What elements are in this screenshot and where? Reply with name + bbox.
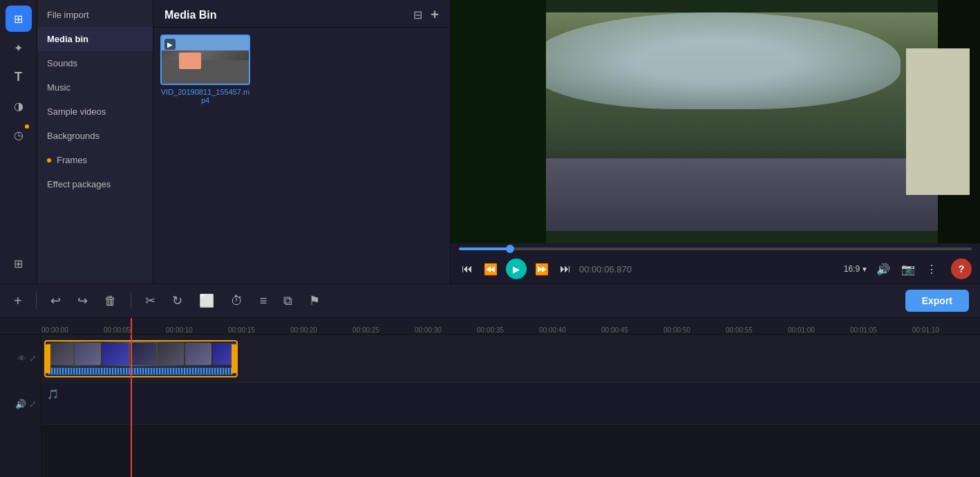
car-scene bbox=[451, 0, 980, 243]
flag-icon[interactable]: ⚑ bbox=[306, 290, 323, 311]
icon-bar: ⊞ ✦ T ◑ ◷ ⊞ bbox=[0, 0, 37, 283]
ruler-mark-1: 00:00:05 bbox=[104, 326, 166, 334]
star-icon[interactable]: ✦ bbox=[6, 35, 32, 61]
skip-to-end-icon[interactable]: ⏭ bbox=[557, 261, 574, 277]
aspect-ratio-dropdown[interactable]: 16:9 ▼ bbox=[844, 264, 868, 274]
ruler-mark-5: 00:00:25 bbox=[352, 326, 415, 334]
clip-frame-2 bbox=[75, 343, 101, 365]
media-bin-panel: Media Bin ⊟ + ▶ VID_20 bbox=[153, 0, 451, 283]
add-track-icon[interactable]: + bbox=[11, 290, 25, 312]
timeline-left-panel: 👁 ⤢ 🔊 ⤢ bbox=[0, 335, 41, 477]
sticker-icon[interactable]: ◑ bbox=[6, 93, 32, 119]
timecode-ms: .870 bbox=[614, 264, 632, 274]
audio-add-icon[interactable]: 🎵 bbox=[47, 389, 59, 400]
car-right-building bbox=[906, 48, 970, 194]
step-forward-icon[interactable]: ⏩ bbox=[532, 261, 552, 277]
sidebar-item-effect-packages[interactable]: Effect packages bbox=[37, 172, 153, 196]
timeline-body: 👁 ⤢ 🔊 ⤢ bbox=[0, 335, 980, 477]
timer-button[interactable]: ⏱ bbox=[228, 291, 246, 311]
media-filename: VID_20190811_155457.mp4 bbox=[160, 88, 250, 104]
align-button[interactable]: ≡ bbox=[257, 291, 270, 311]
sidebar-item-sample-videos[interactable]: Sample videos bbox=[37, 100, 153, 124]
eye-icon[interactable]: 👁 bbox=[17, 353, 26, 364]
waveform-line bbox=[48, 368, 234, 375]
thumb-play-icon: ▶ bbox=[164, 39, 176, 50]
clip-frame-6 bbox=[185, 343, 211, 365]
toolbar: + ↩ ↪ 🗑 ✂ ↻ ⬜ ⏱ ≡ ⧉ ⚑ Export bbox=[0, 283, 980, 318]
help-button[interactable]: ? bbox=[951, 259, 972, 279]
ruler-mark-11: 00:00:55 bbox=[726, 326, 788, 334]
audio-track-controls: 🔊 ⤢ bbox=[0, 383, 41, 424]
video-canvas bbox=[451, 0, 980, 243]
sidebar-item-sounds[interactable]: Sounds bbox=[37, 51, 153, 75]
clock-dot bbox=[25, 124, 29, 129]
timeline-tracks: 🎵 bbox=[41, 335, 980, 477]
ruler-mark-12: 00:01:00 bbox=[788, 326, 850, 334]
crop-button[interactable]: ⬜ bbox=[196, 290, 217, 311]
video-progress-bar[interactable] bbox=[459, 247, 972, 250]
sidebar-label-file-import: File import bbox=[47, 10, 89, 20]
clip-frame-4 bbox=[130, 343, 156, 365]
add-project-icon[interactable]: ⊞ bbox=[6, 6, 32, 32]
sidebar-label-media-bin: Media bin bbox=[47, 34, 88, 44]
more-options-icon[interactable]: ⋮ bbox=[923, 261, 940, 277]
sidebar-item-music[interactable]: Music bbox=[37, 75, 153, 100]
ruler-mark-14: 00:01:10 bbox=[912, 326, 974, 334]
add-media-icon[interactable]: + bbox=[431, 7, 439, 23]
text-icon[interactable]: T bbox=[6, 64, 32, 90]
clip-audio-wave bbox=[46, 366, 236, 376]
timecode-display: 00:00:06.870 bbox=[579, 264, 632, 274]
timeline: 00:00:00 00:00:05 00:00:10 00:00:15 00:0… bbox=[0, 318, 980, 477]
volume-icon[interactable]: 🔊 bbox=[874, 261, 893, 277]
sidebar-item-frames[interactable]: Frames bbox=[37, 148, 153, 172]
sidebar-label-sounds: Sounds bbox=[47, 58, 77, 68]
sidebar-label-backgrounds: Backgrounds bbox=[47, 131, 100, 141]
audio-expand-icon[interactable]: ⤢ bbox=[29, 399, 37, 409]
undo-button[interactable]: ↩ bbox=[48, 290, 64, 311]
sidebar-item-file-import[interactable]: File import bbox=[37, 3, 153, 27]
clock-icon[interactable]: ◷ bbox=[6, 122, 32, 148]
sidebar-item-media-bin[interactable]: Media bin bbox=[37, 27, 153, 51]
thumbnail-inner: ▶ bbox=[162, 36, 249, 84]
ruler-mark-0: 00:00:00 bbox=[41, 326, 104, 334]
clip-frame-1 bbox=[47, 343, 73, 365]
media-item[interactable]: ▶ VID_20190811_155457.mp4 bbox=[160, 35, 250, 277]
ruler-mark-4: 00:00:20 bbox=[290, 326, 352, 334]
clip-handle-right[interactable] bbox=[232, 344, 237, 373]
aspect-ratio-value: 16:9 bbox=[844, 264, 860, 274]
chevron-down-icon: ▼ bbox=[861, 265, 868, 273]
media-bin-actions: ⊟ + bbox=[413, 7, 439, 23]
sidebar-item-backgrounds[interactable]: Backgrounds bbox=[37, 124, 153, 148]
filter-icon[interactable]: ⊟ bbox=[413, 8, 422, 21]
screenshot-icon[interactable]: 📷 bbox=[898, 261, 918, 277]
step-back-icon[interactable]: ⏪ bbox=[481, 261, 500, 277]
skip-to-start-icon[interactable]: ⏮ bbox=[459, 261, 475, 277]
video-track-controls: 👁 ⤢ bbox=[0, 335, 41, 383]
delete-button[interactable]: 🗑 bbox=[102, 291, 120, 311]
play-button[interactable]: ▶ bbox=[506, 259, 527, 279]
video-clip[interactable] bbox=[44, 340, 238, 377]
cut-button[interactable]: ✂ bbox=[142, 290, 158, 311]
ruler-mark-10: 00:00:50 bbox=[663, 326, 726, 334]
audio-eye-icon[interactable]: 🔊 bbox=[15, 399, 26, 409]
audio-track: 🎵 bbox=[41, 383, 980, 424]
media-bin-title: Media Bin bbox=[164, 9, 217, 21]
sidebar: File import Media bin Sounds Music Sampl… bbox=[37, 0, 153, 283]
ruler-marks: 00:00:00 00:00:05 00:00:10 00:00:15 00:0… bbox=[41, 318, 980, 334]
redo-button[interactable]: ↪ bbox=[75, 290, 91, 311]
help-label: ? bbox=[959, 263, 965, 274]
ruler-playhead bbox=[131, 318, 132, 334]
thumb-figures bbox=[179, 53, 201, 69]
picture-in-picture-icon[interactable]: ⧉ bbox=[281, 291, 295, 311]
progress-fill bbox=[459, 247, 510, 250]
grid-icon[interactable]: ⊞ bbox=[6, 250, 32, 277]
rotate-button[interactable]: ↻ bbox=[169, 290, 185, 311]
video-preview: ⏮ ⏪ ▶ ⏩ ⏭ 00:00:06.870 16:9 ▼ 🔊 📷 ⋮ ? bbox=[451, 0, 980, 283]
media-bin-content: ▶ VID_20190811_155457.mp4 bbox=[153, 28, 450, 283]
export-button[interactable]: Export bbox=[905, 290, 969, 312]
expand-icon[interactable]: ⤢ bbox=[29, 353, 37, 364]
clip-handle-left[interactable] bbox=[45, 344, 50, 373]
playhead bbox=[131, 335, 132, 477]
media-thumbnail: ▶ bbox=[160, 35, 250, 85]
ruler-mark-9: 00:00:45 bbox=[601, 326, 663, 334]
